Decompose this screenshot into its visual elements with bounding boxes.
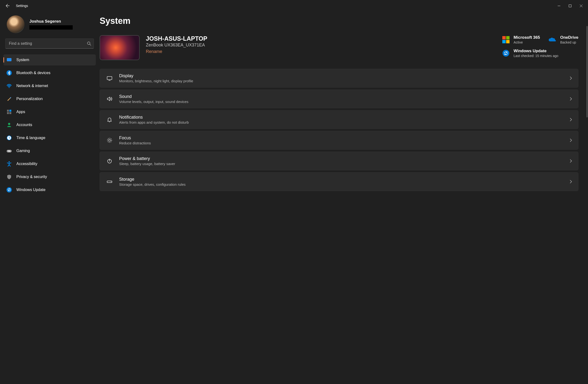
svg-point-15 bbox=[11, 151, 11, 152]
chevron-right-icon bbox=[569, 76, 572, 80]
status-microsoft-365[interactable]: Microsoft 365 Active bbox=[502, 35, 540, 44]
update-icon bbox=[502, 49, 510, 58]
svg-point-22 bbox=[503, 50, 509, 57]
chevron-right-icon bbox=[569, 117, 572, 122]
svg-rect-18 bbox=[502, 36, 506, 40]
setting-title: Power & battery bbox=[119, 156, 564, 161]
bell-icon bbox=[106, 116, 113, 123]
search-icon bbox=[87, 41, 91, 46]
time-icon bbox=[6, 135, 12, 141]
sidebar-item-label: Bluetooth & devices bbox=[16, 71, 50, 75]
setting-title: Focus bbox=[119, 136, 564, 141]
brush-icon bbox=[6, 96, 12, 102]
microsoft-logo-icon bbox=[502, 35, 510, 44]
setting-description: Volume levels, output, input, sound devi… bbox=[119, 100, 564, 104]
svg-rect-21 bbox=[506, 40, 509, 43]
sidebar-item-system[interactable]: System bbox=[3, 54, 96, 65]
sidebar-item-label: Personalization bbox=[16, 97, 42, 101]
setting-title: Notifications bbox=[119, 115, 564, 120]
close-icon bbox=[580, 5, 583, 7]
svg-point-14 bbox=[10, 150, 11, 151]
setting-description: Alerts from apps and system, do not dist… bbox=[119, 120, 564, 124]
focus-icon bbox=[106, 136, 113, 144]
search-input[interactable] bbox=[9, 41, 87, 46]
sidebar-item-label: Gaming bbox=[16, 149, 30, 153]
status-title: Windows Update bbox=[514, 49, 558, 53]
sidebar-item-apps[interactable]: Apps bbox=[3, 106, 96, 117]
scrollbar-thumb[interactable] bbox=[587, 26, 588, 117]
device-name: JOSH-ASUS-LAPTOP bbox=[146, 35, 495, 42]
svg-point-24 bbox=[107, 138, 112, 142]
sound-icon bbox=[106, 95, 113, 103]
back-button[interactable] bbox=[3, 1, 13, 11]
maximize-button[interactable] bbox=[565, 2, 575, 10]
app-title: Settings bbox=[16, 4, 28, 8]
status-onedrive[interactable]: OneDrive Backed up bbox=[548, 35, 578, 44]
setting-title: Sound bbox=[119, 94, 564, 99]
storage-icon bbox=[106, 178, 113, 185]
svg-point-1 bbox=[87, 42, 90, 44]
display-icon bbox=[106, 74, 113, 82]
setting-card-power-battery[interactable]: Power & batterySleep, battery usage, bat… bbox=[100, 152, 578, 170]
profile-block[interactable]: Joshua Segeren bbox=[0, 15, 99, 39]
svg-rect-19 bbox=[506, 36, 509, 40]
setting-description: Sleep, battery usage, battery saver bbox=[119, 162, 564, 166]
svg-point-16 bbox=[9, 162, 10, 163]
sidebar-item-label: Windows Update bbox=[16, 188, 45, 192]
sidebar-item-accounts[interactable]: Accounts bbox=[3, 119, 96, 130]
setting-card-sound[interactable]: SoundVolume levels, output, input, sound… bbox=[100, 89, 578, 108]
apps-icon bbox=[6, 109, 12, 115]
setting-card-focus[interactable]: FocusReduce distractions bbox=[100, 131, 578, 150]
close-button[interactable] bbox=[575, 2, 587, 10]
gamepad-icon bbox=[6, 148, 12, 154]
setting-card-storage[interactable]: StorageStorage space, drives, configurat… bbox=[100, 172, 578, 191]
sidebar-item-label: Accessibility bbox=[16, 162, 37, 166]
setting-title: Storage bbox=[119, 177, 564, 182]
shield-icon bbox=[6, 174, 12, 180]
setting-title: Display bbox=[119, 73, 564, 79]
rename-link[interactable]: Rename bbox=[146, 49, 162, 54]
status-windows-update[interactable]: Windows Update Last checked: 15 minutes … bbox=[502, 49, 578, 58]
search-box[interactable] bbox=[5, 39, 94, 49]
main-content: System JOSH-ASUS-LAPTOP ZenBook UX363EA_… bbox=[99, 12, 588, 384]
avatar bbox=[7, 15, 24, 33]
back-arrow-icon bbox=[6, 4, 10, 8]
svg-point-28 bbox=[111, 182, 111, 182]
chevron-right-icon bbox=[569, 138, 572, 142]
sidebar-item-network-internet[interactable]: Network & internet bbox=[3, 80, 96, 91]
sidebar-item-personalization[interactable]: Personalization bbox=[3, 93, 96, 104]
accessibility-icon bbox=[6, 161, 12, 167]
setting-card-notifications[interactable]: NotificationsAlerts from apps and system… bbox=[100, 110, 578, 129]
svg-rect-0 bbox=[569, 5, 571, 7]
minimize-icon bbox=[558, 5, 560, 7]
setting-description: Monitors, brightness, night light, displ… bbox=[119, 79, 564, 83]
sidebar-item-windows-update[interactable]: Windows Update bbox=[3, 184, 96, 195]
status-subtitle: Backed up bbox=[560, 40, 578, 44]
device-preview-image bbox=[100, 35, 140, 60]
sidebar-item-privacy-security[interactable]: Privacy & security bbox=[3, 171, 96, 182]
wifi-icon bbox=[6, 83, 12, 89]
system-icon bbox=[6, 57, 12, 63]
svg-point-5 bbox=[9, 87, 9, 88]
svg-rect-8 bbox=[7, 112, 9, 114]
status-subtitle: Last checked: 15 minutes ago bbox=[514, 54, 558, 58]
chevron-right-icon bbox=[569, 180, 572, 184]
minimize-button[interactable] bbox=[553, 2, 565, 10]
sidebar-item-gaming[interactable]: Gaming bbox=[3, 145, 96, 156]
chevron-right-icon bbox=[569, 159, 572, 163]
svg-rect-20 bbox=[502, 40, 506, 43]
status-title: OneDrive bbox=[560, 35, 578, 40]
svg-point-10 bbox=[8, 123, 10, 125]
sidebar-item-label: Privacy & security bbox=[16, 175, 47, 179]
sidebar-item-label: Network & internet bbox=[16, 84, 48, 88]
profile-email bbox=[29, 25, 73, 30]
sidebar-item-bluetooth-devices[interactable]: Bluetooth & devices bbox=[3, 67, 96, 79]
profile-name: Joshua Segeren bbox=[29, 19, 73, 24]
sidebar-item-accessibility[interactable]: Accessibility bbox=[3, 158, 96, 169]
status-subtitle: Active bbox=[514, 40, 540, 44]
sidebar: Joshua Segeren SystemBluetooth & devices… bbox=[0, 12, 99, 384]
sidebar-item-time-language[interactable]: Time & language bbox=[3, 132, 96, 143]
setting-card-display[interactable]: DisplayMonitors, brightness, night light… bbox=[100, 69, 578, 88]
device-model: ZenBook UX363EA_UX371EA bbox=[146, 42, 495, 48]
page-title: System bbox=[100, 16, 578, 26]
